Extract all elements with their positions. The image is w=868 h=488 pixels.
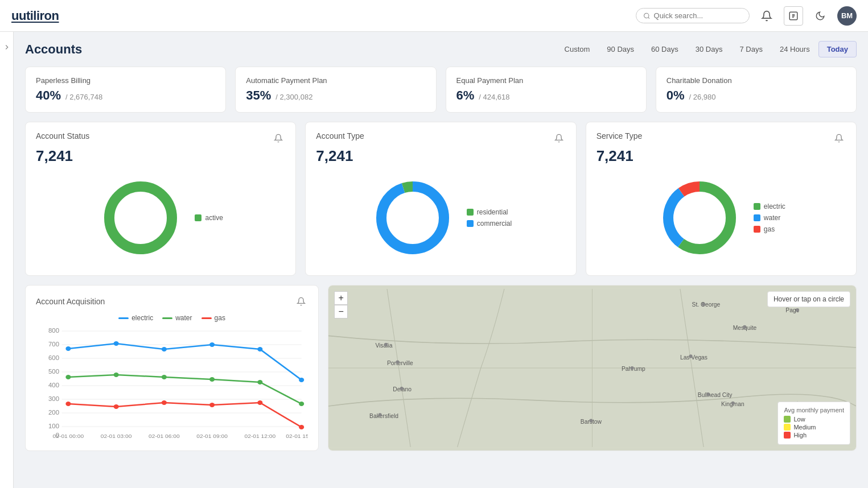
filter-custom[interactable]: Custom xyxy=(556,41,599,57)
search-icon xyxy=(643,12,651,20)
header: uutiliron BM xyxy=(0,0,868,32)
user-avatar-button[interactable]: BM xyxy=(837,6,857,26)
account-type-card: Account Type 7,241 xyxy=(305,122,576,276)
theme-toggle-button[interactable] xyxy=(811,7,829,25)
line-legend-color-gas xyxy=(201,317,212,319)
filter-today[interactable]: Today xyxy=(818,41,857,57)
search-box[interactable] xyxy=(636,8,750,23)
search-input[interactable] xyxy=(654,11,742,20)
electric-point xyxy=(257,347,262,351)
logo: uutiliron xyxy=(11,9,59,23)
chart-total: 7,241 xyxy=(36,147,285,165)
svg-point-59 xyxy=(706,392,710,396)
filter-24hours[interactable]: 24 Hours xyxy=(771,41,818,57)
legend-item-water: water xyxy=(754,214,785,222)
svg-point-3 xyxy=(109,187,172,249)
page-header: Accounts Custom 90 Days 60 Days 30 Days … xyxy=(25,41,857,57)
svg-point-56 xyxy=(379,413,382,416)
svg-text:02-01 15:00: 02-01 15:00 xyxy=(286,433,308,439)
svg-text:02-01 09:00: 02-01 09:00 xyxy=(196,433,228,439)
map-legend-label: Low xyxy=(793,416,805,423)
summary-card-charitable: Charitable Donation 0% / 26,980 xyxy=(656,67,857,113)
main-layout: Accounts Custom 90 Days 60 Days 30 Days … xyxy=(0,32,868,488)
bell-icon xyxy=(761,10,772,22)
electric-point xyxy=(209,342,215,347)
chart-title: Account Type xyxy=(316,131,364,140)
filter-60days[interactable]: 60 Days xyxy=(643,41,687,57)
svg-point-0 xyxy=(644,13,649,18)
header-right: BM xyxy=(636,6,857,26)
donut-container: electric water gas xyxy=(597,169,846,266)
filter-7days[interactable]: 7 Days xyxy=(731,41,771,57)
alert-button[interactable] xyxy=(271,131,285,145)
legend-item-commercial: commercial xyxy=(467,220,512,228)
donut-container: residential commercial xyxy=(316,169,565,266)
svg-point-50 xyxy=(743,325,746,329)
line-chart-title: Account Acquisition xyxy=(36,297,105,306)
line-legend-color-electric xyxy=(118,317,129,319)
svg-text:500: 500 xyxy=(48,369,59,375)
bottom-row: Account Acquisition electric water xyxy=(25,285,857,451)
legend-label: active xyxy=(205,214,223,222)
accessibility-button[interactable] xyxy=(784,6,803,26)
bell-icon xyxy=(274,134,283,143)
main-content: Accounts Custom 90 Days 60 Days 30 Days … xyxy=(14,32,868,488)
summary-count: / 424,618 xyxy=(479,93,509,101)
chart-header: Service Type xyxy=(597,131,846,145)
alert-button[interactable] xyxy=(832,131,846,145)
legend-label: gas xyxy=(764,225,775,233)
bell-icon xyxy=(834,134,844,143)
svg-point-53 xyxy=(384,343,388,346)
svg-text:Bakersfield: Bakersfield xyxy=(369,413,398,419)
gas-line xyxy=(68,403,302,427)
alert-button[interactable] xyxy=(552,131,566,145)
svg-text:300: 300 xyxy=(48,396,59,402)
service-type-card: Service Type 7,241 xyxy=(586,122,857,276)
line-legend-electric: electric xyxy=(118,314,153,322)
sidebar-toggle[interactable] xyxy=(0,32,14,488)
svg-text:Bullhead City: Bullhead City xyxy=(698,392,733,398)
notification-button[interactable] xyxy=(758,7,776,25)
svg-text:02-01 00:00: 02-01 00:00 xyxy=(53,433,84,439)
electric-line xyxy=(68,344,302,380)
account-status-card: Account Status 7,241 active xyxy=(25,122,296,276)
summary-pct: 40% xyxy=(36,88,61,103)
line-legend-label: gas xyxy=(215,314,225,322)
legend-label: electric xyxy=(764,202,785,210)
gas-point xyxy=(65,402,71,406)
map-legend-title: Avg monthly payment xyxy=(784,407,844,413)
map-tooltip: Hover or tap on a circle xyxy=(767,291,850,307)
map-legend-color-low xyxy=(784,416,791,423)
filter-30days[interactable]: 30 Days xyxy=(687,41,731,57)
svg-line-1 xyxy=(648,17,649,18)
svg-text:800: 800 xyxy=(48,328,59,334)
electric-point xyxy=(114,341,119,346)
legend-color-gas xyxy=(754,226,760,233)
gas-point xyxy=(257,400,262,405)
water-point xyxy=(162,375,167,379)
line-legend-label: water xyxy=(175,314,192,322)
svg-point-48 xyxy=(702,303,705,306)
alert-button-line[interactable] xyxy=(294,295,308,308)
map-svg: St. George Page Mesquite Las Vegas Pahru… xyxy=(328,286,856,450)
legend-color-active xyxy=(195,214,201,221)
svg-point-55 xyxy=(400,387,404,390)
summary-card-title: Charitable Donation xyxy=(667,76,846,85)
filter-90days[interactable]: 90 Days xyxy=(598,41,643,57)
summary-card-title: Paperless Billing xyxy=(36,76,215,85)
summary-pct: 6% xyxy=(456,88,475,103)
svg-point-54 xyxy=(396,361,400,364)
legend-item-active: active xyxy=(195,214,223,222)
chart-header: Account Type xyxy=(316,131,565,145)
moon-icon xyxy=(815,11,825,21)
summary-card-auto-payment: Automatic Payment Plan 35% / 2,300,082 xyxy=(235,67,436,113)
svg-point-49 xyxy=(796,308,799,312)
logo-underline: u xyxy=(11,9,19,23)
page-title: Accounts xyxy=(25,42,82,57)
zoom-in-button[interactable]: + xyxy=(334,291,348,305)
svg-point-57 xyxy=(589,419,593,423)
zoom-out-button[interactable]: − xyxy=(334,305,348,319)
legend-item-residential: residential xyxy=(467,208,512,216)
legend-item-electric: electric xyxy=(754,202,785,210)
map-legend-label: Medium xyxy=(793,424,816,431)
